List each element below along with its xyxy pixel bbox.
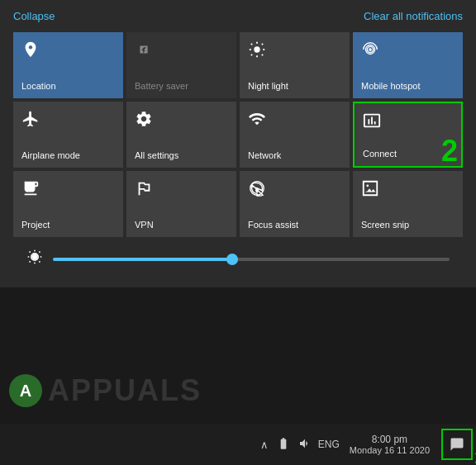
tile-mobile-hotspot[interactable]: Mobile hotspot [353,32,463,98]
mobile-hotspot-icon [361,40,379,61]
collapse-button[interactable]: Collapse [13,10,55,22]
focus-assist-icon [248,179,266,200]
tile-night-light[interactable]: Night light [240,32,350,98]
taskbar: ∧ ENG 8:00 pm Monday 16 11 2020 [0,424,476,465]
appuals-logo: A [8,373,43,408]
tile-airplane-mode[interactable]: Airplane mode [13,102,123,168]
connect-tile-badge: 2 [441,136,458,166]
battery-saver-icon [135,40,153,61]
tile-project[interactable]: Project [13,171,123,237]
location-icon [21,40,40,61]
vpn-label: VPN [135,220,154,230]
battery-saver-label: Battery saver [135,81,188,92]
screen-snip-label: Screen snip [361,220,409,230]
project-label: Project [21,220,50,230]
vpn-icon [135,179,153,200]
tile-network[interactable]: Network [240,102,350,168]
all-settings-icon [135,110,153,130]
notification-button-wrapper: 1 [440,429,473,460]
clock-date: Monday 16 11 2020 [350,445,430,455]
svg-point-1 [369,48,372,51]
svg-point-0 [254,46,259,52]
quick-actions-grid: Location Battery saver Night light [13,32,463,237]
location-label: Location [21,81,56,92]
panel-header: Collapse Clear all notifications [13,10,463,22]
tile-location[interactable]: Location [13,32,123,98]
tile-all-settings[interactable]: All settings [126,102,236,168]
screen-snip-icon [361,179,379,200]
network-label: Network [248,150,281,161]
brightness-row [13,240,463,278]
all-settings-label: All settings [135,150,178,161]
network-icon [248,110,266,130]
clear-notifications-button[interactable]: Clear all notifications [364,10,463,22]
night-light-icon [248,40,266,61]
airplane-mode-label: Airplane mode [21,150,80,161]
watermark-text: APPUALS [48,373,202,408]
mobile-hotspot-label: Mobile hotspot [361,81,421,92]
notification-panel: Collapse Clear all notifications Locatio… [0,0,476,287]
svg-point-2 [366,184,369,187]
clock-area[interactable]: 8:00 pm Monday 16 11 2020 [350,434,430,455]
tray-volume-icon[interactable] [297,435,313,454]
tile-focus-assist[interactable]: Focus assist [240,171,350,237]
tile-connect[interactable]: Connect 2 [353,102,463,168]
tile-vpn[interactable]: VPN [126,171,236,237]
notification-center-button[interactable] [441,429,473,460]
connect-icon [363,112,381,132]
project-icon [21,179,40,200]
tray-language[interactable]: ENG [318,439,340,450]
airplane-mode-icon [21,110,40,130]
clock-time: 8:00 pm [372,434,407,445]
focus-assist-label: Focus assist [248,220,298,230]
svg-point-3 [32,254,38,260]
watermark-area: A APPUALS [0,366,476,415]
tray-battery-icon [275,435,292,454]
night-light-label: Night light [248,81,288,92]
svg-text:A: A [20,382,31,400]
brightness-slider[interactable] [53,258,450,261]
brightness-icon [26,249,43,269]
tile-battery-saver[interactable]: Battery saver [126,32,236,98]
tray-chevron-icon[interactable]: ∧ [259,437,270,453]
tile-screen-snip[interactable]: Screen snip [353,171,463,237]
connect-label: Connect [363,149,397,159]
system-tray: ∧ ENG 8:00 pm Monday 16 11 2020 [259,429,473,460]
